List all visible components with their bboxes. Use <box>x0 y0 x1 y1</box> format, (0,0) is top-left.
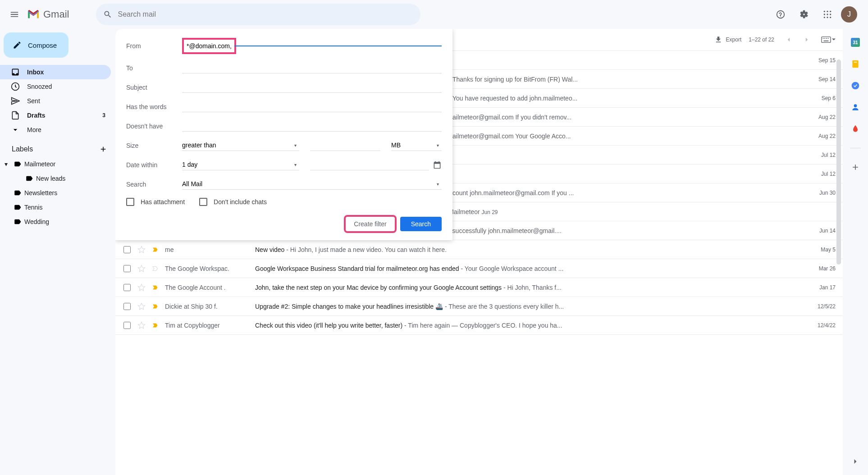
email-subject: Check out this video (it'll help you wri… <box>255 322 804 329</box>
input-tools[interactable] <box>821 36 836 43</box>
add-app-icon[interactable] <box>851 163 860 172</box>
select-checkbox[interactable] <box>123 303 132 310</box>
important-icon[interactable] <box>151 321 160 329</box>
export-button[interactable]: Export <box>714 36 742 44</box>
size-unit-select[interactable]: MB <box>391 140 442 151</box>
date-within-select[interactable]: 1 day <box>182 159 299 170</box>
search-icon <box>103 10 112 19</box>
email-date: Mar 26 <box>804 265 836 272</box>
email-date: Sep 15 <box>804 57 836 64</box>
has-words-input[interactable] <box>182 101 442 112</box>
select-checkbox[interactable] <box>123 284 132 291</box>
content-area: Export 1–22 of 22 Sep 15Thanks for signi… <box>115 29 843 475</box>
addon-app-icon[interactable] <box>851 124 860 133</box>
label-item[interactable]: Tennis <box>0 200 111 215</box>
email-row[interactable]: Tim at CopybloggerCheck out this video (… <box>115 316 843 335</box>
email-sender: The Google Account . <box>165 284 255 291</box>
label-icon <box>25 174 33 183</box>
calendar-icon[interactable] <box>433 160 442 169</box>
settings-icon[interactable] <box>794 5 814 24</box>
label-item[interactable]: Wedding <box>0 215 111 229</box>
label-item[interactable]: ▾Mailmeteor <box>0 157 111 171</box>
nav-drafts[interactable]: Drafts 3 <box>0 108 111 123</box>
create-filter-button[interactable]: Create filter <box>346 217 394 231</box>
email-sender: Dickie at Ship 30 f. <box>165 303 255 310</box>
from-label: From <box>126 42 182 50</box>
tasks-app-icon[interactable] <box>851 81 860 90</box>
svg-point-19 <box>854 104 857 107</box>
compose-label: Compose <box>28 41 57 49</box>
important-icon[interactable] <box>151 283 160 292</box>
nav-snoozed[interactable]: Snoozed <box>0 79 111 94</box>
search-button[interactable]: Search <box>400 217 442 231</box>
keep-app-icon[interactable] <box>851 59 860 69</box>
size-value-input[interactable] <box>310 140 380 151</box>
sidebar: Compose Inbox Snoozed Sent Drafts 3 More… <box>0 29 115 475</box>
email-sender: Tim at Copyblogger <box>165 322 255 329</box>
label-item[interactable]: New leads <box>0 171 111 186</box>
scrollbar[interactable] <box>836 59 841 470</box>
next-page[interactable] <box>799 32 814 47</box>
star-icon[interactable] <box>137 283 146 292</box>
right-rail: 31 <box>843 29 868 475</box>
email-subject: Google Workspace Business Standard trial… <box>255 265 804 272</box>
svg-point-5 <box>827 14 828 15</box>
select-checkbox[interactable] <box>123 265 132 272</box>
search-scope-select[interactable]: All Mail <box>182 178 442 190</box>
gmail-logo[interactable]: Gmail <box>27 9 69 20</box>
nav-more[interactable]: More <box>0 123 111 137</box>
calendar-app-icon[interactable]: 31 <box>851 38 860 47</box>
star-icon[interactable] <box>137 302 146 311</box>
avatar[interactable]: J <box>841 6 857 23</box>
labels-header: Labels <box>0 137 115 157</box>
label-icon <box>14 203 22 211</box>
nav-sent[interactable]: Sent <box>0 94 111 108</box>
to-input[interactable] <box>182 62 442 73</box>
search-input[interactable] <box>118 10 413 18</box>
dont-include-chats-checkbox[interactable]: Don't include chats <box>199 198 267 206</box>
email-row[interactable]: The Google Workspac.Google Workspace Bus… <box>115 259 843 278</box>
select-checkbox[interactable] <box>123 246 132 253</box>
help-icon[interactable] <box>771 5 790 24</box>
select-checkbox[interactable] <box>123 322 132 329</box>
email-row[interactable]: The Google Account .John, take the next … <box>115 278 843 297</box>
star-icon[interactable] <box>137 321 146 329</box>
subject-input[interactable] <box>182 82 442 93</box>
size-operator-select[interactable]: greater than <box>182 140 299 151</box>
svg-point-6 <box>830 14 831 15</box>
important-icon[interactable] <box>151 302 160 311</box>
search-bar[interactable] <box>96 4 420 25</box>
star-icon[interactable] <box>137 265 146 273</box>
doesnt-have-input[interactable] <box>182 120 442 132</box>
email-date: 12/4/22 <box>804 322 836 329</box>
svg-point-2 <box>827 11 828 12</box>
from-input[interactable] <box>187 41 232 51</box>
has-attachment-checkbox[interactable]: Has attachment <box>126 198 185 206</box>
prev-page[interactable] <box>781 32 796 47</box>
svg-point-8 <box>827 17 828 18</box>
email-row[interactable]: meNew video - Hi John, I just made a new… <box>115 240 843 259</box>
date-input[interactable] <box>310 159 429 170</box>
logo-text: Gmail <box>43 9 69 20</box>
star-icon[interactable] <box>137 246 146 254</box>
svg-rect-10 <box>822 37 831 43</box>
to-label: To <box>126 64 182 72</box>
email-row[interactable]: Dickie at Ship 30 f.Upgrade #2: Simple c… <box>115 297 843 316</box>
clock-icon <box>11 82 20 91</box>
svg-rect-14 <box>828 38 829 39</box>
compose-button[interactable]: Compose <box>4 32 69 58</box>
important-icon[interactable] <box>151 246 160 254</box>
add-label-icon[interactable] <box>99 145 107 153</box>
expand-rail-icon[interactable] <box>851 457 860 466</box>
contacts-app-icon[interactable] <box>851 103 860 112</box>
svg-rect-12 <box>824 38 825 39</box>
nav-inbox[interactable]: Inbox <box>0 65 111 79</box>
menu-icon[interactable] <box>4 4 25 25</box>
label-icon <box>14 189 22 197</box>
important-icon[interactable] <box>151 265 160 273</box>
apps-icon[interactable] <box>818 5 837 24</box>
label-item[interactable]: Newsletters <box>0 186 111 200</box>
search-filter-popup: From To Subject Has the words Doesn't ha… <box>115 29 452 240</box>
has-words-label: Has the words <box>126 103 182 110</box>
download-icon <box>714 36 722 44</box>
